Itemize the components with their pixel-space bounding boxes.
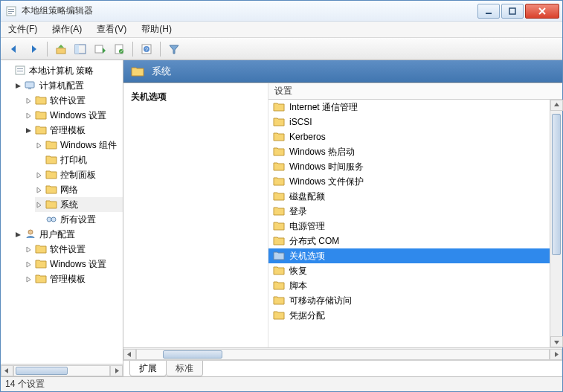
scroll-thumb[interactable] (16, 367, 68, 375)
svg-marker-48 (555, 352, 559, 357)
list-pane: 设置 Internet 通信管理iSCSIKerberosWindows 热启动… (268, 83, 562, 347)
expander-icon[interactable] (35, 141, 42, 149)
scroll-down-icon[interactable] (550, 336, 563, 347)
list-item-label: Kerberos (289, 132, 326, 142)
expander-collapse-icon[interactable] (14, 82, 22, 89)
list-item[interactable]: Kerberos (268, 129, 550, 144)
tree[interactable]: 本地计算机 策略 计算机配置 软件设置 (1, 60, 123, 364)
svg-rect-2 (8, 11, 14, 12)
expander-icon[interactable] (35, 201, 42, 208)
settings-icon (45, 213, 57, 226)
settings-list[interactable]: Internet 通信管理iSCSIKerberosWindows 热启动Win… (268, 100, 562, 347)
tree-item[interactable]: Windows 设置 (25, 257, 123, 271)
svg-rect-13 (75, 45, 79, 54)
expander-icon[interactable] (25, 245, 32, 253)
expander-icon[interactable] (35, 171, 42, 179)
scroll-left-icon[interactable] (123, 349, 136, 360)
expander-icon[interactable] (4, 67, 11, 74)
expander-collapse-icon[interactable] (25, 126, 32, 134)
scroll-thumb[interactable] (163, 350, 222, 359)
list-item[interactable]: Windows 热启动 (268, 144, 550, 159)
list-item[interactable]: 关机选项 (268, 248, 550, 263)
list-header-cell[interactable]: 设置 (274, 85, 556, 97)
close-button[interactable] (525, 4, 559, 19)
tree-admin-templates[interactable]: 管理模板 (25, 123, 123, 138)
list-item[interactable]: 磁盘配额 (268, 189, 550, 204)
expander-icon[interactable] (25, 97, 32, 104)
list-item[interactable]: 电源管理 (268, 219, 550, 234)
list-item[interactable]: 登录 (268, 204, 550, 219)
menu-help[interactable]: 帮助(H) (138, 22, 175, 37)
menu-action[interactable]: 操作(A) (49, 22, 85, 37)
tree-label: 系统 (60, 199, 78, 211)
folder-icon (35, 94, 47, 107)
minimize-button[interactable] (477, 4, 500, 19)
expander-icon[interactable] (25, 275, 32, 283)
svg-marker-9 (32, 45, 36, 53)
menu-file[interactable]: 文件(F) (5, 22, 40, 37)
tree-item[interactable]: Windows 组件 (35, 138, 123, 152)
list-item-label: 可移动存储访问 (289, 295, 352, 307)
expander-icon[interactable] (35, 186, 42, 193)
list-item[interactable]: 脚本 (268, 278, 550, 293)
scroll-up-icon[interactable] (550, 100, 563, 111)
user-icon (25, 228, 36, 241)
tree-item-system[interactable]: 系统 (35, 197, 123, 212)
tree-root[interactable]: 本地计算机 策略 (4, 63, 123, 78)
folder-icon (45, 184, 57, 196)
list-item[interactable]: Windows 时间服务 (268, 159, 550, 174)
list-item[interactable]: Internet 通信管理 (268, 100, 550, 115)
tab-standard[interactable]: 标准 (166, 361, 203, 376)
list-vscrollbar[interactable] (550, 100, 562, 347)
menu-view[interactable]: 查看(V) (94, 22, 129, 37)
tree-item[interactable]: 网络 (35, 182, 123, 197)
back-button[interactable] (5, 40, 23, 58)
export-list-button[interactable] (91, 40, 109, 58)
tree-item[interactable]: 管理模板 (25, 271, 123, 286)
help-button[interactable]: ? (138, 40, 155, 58)
filter-button[interactable] (165, 40, 183, 58)
computer-icon (25, 80, 36, 92)
list-item[interactable]: 恢复 (268, 263, 550, 278)
tree-hscrollbar[interactable] (1, 364, 123, 376)
tab-extended[interactable]: 扩展 (129, 361, 167, 376)
tree-item[interactable]: 软件设置 (25, 93, 123, 108)
scroll-left-icon[interactable] (1, 365, 13, 376)
tree-label: 所有设置 (60, 213, 96, 226)
list-header[interactable]: 设置 (268, 83, 562, 100)
tree-user-config[interactable]: 用户配置 (14, 227, 123, 242)
tree-item[interactable]: 软件设置 (25, 242, 123, 257)
expander-icon[interactable] (35, 156, 42, 164)
show-hide-tree-button[interactable] (71, 40, 89, 58)
tree-computer-config[interactable]: 计算机配置 (14, 78, 123, 93)
list-item[interactable]: 分布式 COM (268, 234, 550, 248)
folder-icon (273, 101, 285, 114)
scroll-right-icon[interactable] (550, 349, 562, 360)
scroll-right-icon[interactable] (110, 365, 123, 376)
tree-item[interactable]: 打印机 (35, 152, 123, 167)
list-item[interactable]: 凭据分配 (268, 308, 550, 323)
tree-item[interactable]: 控制面板 (35, 167, 123, 182)
folder-icon (273, 235, 285, 248)
maximize-button[interactable] (501, 4, 524, 19)
expander-icon[interactable] (35, 216, 42, 223)
svg-rect-25 (17, 71, 23, 71)
svg-marker-15 (103, 48, 106, 54)
content-pane: 系统 关机选项 设置 Internet 通信管理iSCSIKerberosWin… (123, 60, 562, 376)
up-button[interactable] (52, 40, 70, 58)
forward-button[interactable] (25, 40, 42, 58)
list-item[interactable]: iSCSI (268, 115, 550, 129)
folder-icon (35, 273, 47, 286)
expander-icon[interactable] (25, 260, 32, 268)
tree-item[interactable]: Windows 设置 (25, 108, 123, 123)
tree-item-all-settings[interactable]: 所有设置 (35, 212, 123, 227)
properties-button[interactable]: ✓ (110, 40, 128, 58)
expander-collapse-icon[interactable] (14, 231, 22, 238)
list-item-label: Windows 热启动 (289, 146, 355, 158)
scroll-thumb[interactable] (552, 114, 561, 255)
expander-icon[interactable] (25, 112, 32, 119)
content-hscrollbar[interactable] (123, 347, 562, 360)
window-buttons (477, 4, 559, 19)
list-item[interactable]: 可移动存储访问 (268, 293, 550, 308)
list-item[interactable]: Windows 文件保护 (268, 174, 550, 189)
